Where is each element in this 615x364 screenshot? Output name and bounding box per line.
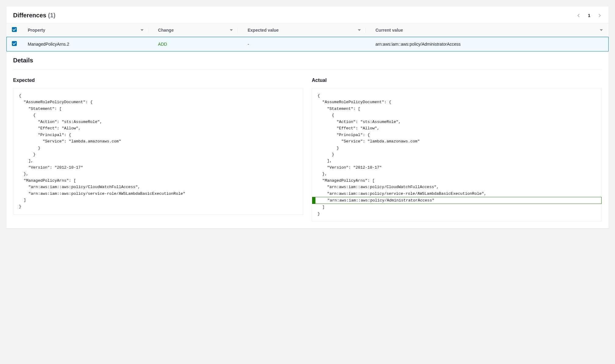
code-line: "ManagedPolicyArns": [ [13, 177, 303, 184]
pager: 1 [576, 13, 602, 18]
row-select-cell[interactable] [6, 37, 22, 51]
column-header-change[interactable]: Change [153, 23, 242, 37]
svg-marker-0 [140, 29, 144, 31]
sort-icon [599, 28, 603, 33]
code-line: { [13, 112, 303, 118]
code-line: } [13, 203, 303, 210]
column-header-select-all[interactable] [6, 23, 22, 37]
code-line: "Action": "sts:AssumeRole", [312, 119, 602, 125]
code-line: "Service": "lambda.amazonaws.com" [312, 138, 602, 145]
code-line: } [312, 145, 602, 151]
sort-icon [229, 28, 233, 33]
details-title: Details [13, 57, 602, 64]
column-label: Change [158, 28, 174, 33]
code-line: } [13, 151, 303, 158]
panel-title: Differences (1) [13, 12, 55, 19]
row-checkbox[interactable] [12, 41, 17, 46]
actual-code-block: { "AssumeRolePolicyDocument": { "Stateme… [312, 88, 602, 222]
code-line: "Statement": [ [13, 106, 303, 112]
pager-next-icon[interactable] [597, 13, 602, 18]
code-line: "ManagedPolicyArns": [ [312, 177, 602, 184]
code-line: "Version": "2012-10-17" [312, 164, 602, 171]
code-line: "Effect": "Allow", [13, 125, 303, 131]
column-header-current[interactable]: Current value [370, 23, 609, 37]
column-label: Expected value [247, 28, 279, 33]
code-line: { [312, 93, 602, 99]
svg-marker-2 [358, 29, 361, 31]
actual-card: Actual { "AssumeRolePolicyDocument": { "… [312, 78, 602, 222]
code-line: { [13, 93, 303, 99]
sort-icon [140, 28, 144, 33]
code-line: ] [312, 204, 602, 210]
code-line: } [312, 211, 602, 217]
code-line: ], [13, 158, 303, 164]
code-line: "arn:aws:iam::aws:policy/CloudWatchFullA… [312, 184, 602, 190]
expected-code-block: { "AssumeRolePolicyDocument": { "Stateme… [13, 88, 303, 215]
code-line: "Statement": [ [312, 106, 602, 112]
expected-card: Expected { "AssumeRolePolicyDocument": {… [13, 78, 303, 222]
details-section: Details Expected { "AssumeRolePolicyDocu… [6, 51, 609, 228]
code-line: "arn:aws:iam::aws:policy/service-role/AW… [312, 191, 602, 197]
panel-header: Differences (1) 1 [6, 6, 609, 23]
code-line: "Service": "lambda.amazonaws.com" [13, 138, 303, 145]
pager-prev-icon[interactable] [576, 13, 581, 18]
code-line: "Effect": "Allow", [312, 125, 602, 131]
column-label: Property [28, 28, 45, 33]
code-line: ] [13, 197, 303, 203]
code-line: "Principal": { [312, 132, 602, 138]
code-line: }, [13, 171, 303, 177]
cell-expected: - [242, 37, 370, 51]
details-grid: Expected { "AssumeRolePolicyDocument": {… [13, 69, 602, 222]
title-count: (1) [48, 12, 55, 19]
code-line: { [312, 112, 602, 118]
code-line: "AssumeRolePolicyDocument": { [312, 99, 602, 105]
title-text: Differences [13, 12, 46, 19]
expected-label: Expected [13, 78, 303, 83]
code-line: }, [312, 171, 602, 177]
column-label: Current value [375, 28, 403, 33]
code-line: "arn:aws:iam::aws:policy/CloudWatchFullA… [13, 184, 303, 190]
cell-current: arn:aws:iam::aws:policy/AdministratorAcc… [370, 37, 609, 51]
change-add-text: ADD [158, 42, 167, 47]
code-line: } [312, 151, 602, 158]
column-header-property[interactable]: Property [22, 23, 153, 37]
code-line: } [13, 145, 303, 151]
differences-panel: Differences (1) 1 Property [6, 6, 609, 229]
differences-table: Property Change Expected value [6, 23, 609, 51]
code-line: "Principal": { [13, 132, 303, 138]
cell-change: ADD [153, 37, 242, 51]
cell-property: ManagedPolicyArns.2 [22, 37, 153, 51]
actual-label: Actual [312, 78, 602, 83]
code-line: ], [312, 158, 602, 164]
code-line: "AssumeRolePolicyDocument": { [13, 99, 303, 105]
svg-marker-1 [230, 29, 233, 31]
code-line: "Version": "2012-10-17" [13, 164, 303, 171]
code-line: "arn:aws:iam::aws:policy/service-role/AW… [13, 191, 303, 197]
svg-marker-3 [600, 29, 603, 31]
table-row[interactable]: ManagedPolicyArns.2 ADD - arn:aws:iam::a… [6, 37, 609, 51]
select-all-checkbox[interactable] [12, 27, 17, 32]
column-header-expected[interactable]: Expected value [242, 23, 370, 37]
pager-current-page: 1 [588, 13, 590, 18]
code-line-added: "arn:aws:iam::aws:policy/AdministratorAc… [312, 197, 602, 204]
code-line: "Action": "sts:AssumeRole", [13, 119, 303, 125]
sort-icon [357, 28, 361, 33]
